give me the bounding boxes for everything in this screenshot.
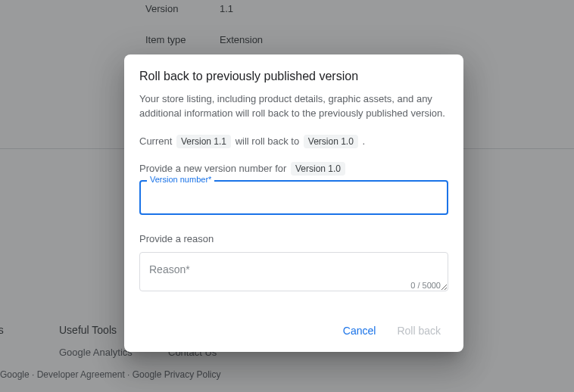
cancel-button[interactable]: Cancel <box>335 319 384 343</box>
reason-field-wrap: 0 / 5000 <box>139 252 448 294</box>
reason-char-counter: 0 / 5000 <box>410 281 441 290</box>
current-prefix: Current <box>139 135 172 147</box>
dialog-actions: Cancel Roll back <box>139 319 448 343</box>
provide-number-prefix: Provide a new version number for <box>139 163 286 174</box>
provide-number-version-pill: Version 1.0 <box>291 162 345 176</box>
provide-number-label: Provide a new version number for Version… <box>139 162 448 176</box>
version-number-floating-label: Version number* <box>147 175 214 184</box>
version-number-input[interactable] <box>139 180 448 215</box>
current-version-pill: Version 1.1 <box>176 135 231 148</box>
dialog-description: Your store listing, including product de… <box>139 92 448 121</box>
rollback-button[interactable]: Roll back <box>389 319 448 343</box>
version-number-field-wrap: Version number* <box>139 180 448 215</box>
period: . <box>362 135 365 147</box>
provide-reason-label: Provide a reason <box>139 233 448 244</box>
rollback-dialog: Roll back to previously published versio… <box>124 54 463 352</box>
dialog-title: Roll back to previously published versio… <box>139 70 448 83</box>
rollback-middle-text: will roll back to <box>236 135 300 147</box>
target-version-pill: Version 1.0 <box>304 135 358 148</box>
dialog-version-line: Current Version 1.1 will roll back to Ve… <box>139 135 448 148</box>
reason-input[interactable] <box>139 252 448 291</box>
